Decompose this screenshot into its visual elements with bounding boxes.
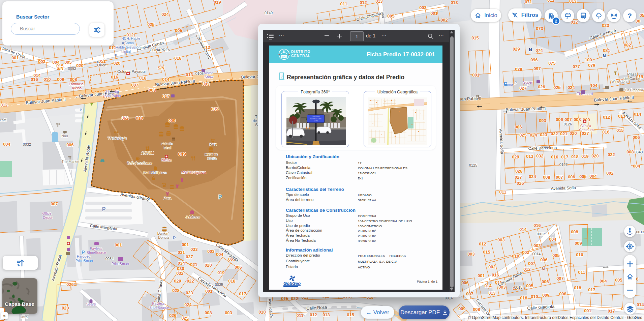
svg-text:N: N [529,47,532,52]
svg-text:Jetstereo: Jetstereo [185,215,200,219]
svg-text:Colonia Payaqui: Colonia Payaqui [117,69,146,74]
svg-text:005: 005 [615,278,622,283]
svg-text:020: 020 [570,131,577,136]
svg-text:0032: 0032 [23,142,31,146]
svg-text:014: 014 [634,112,641,117]
svg-text:032: 032 [536,153,544,158]
svg-text:033: 033 [190,247,198,252]
svg-text:004: 004 [633,164,640,169]
svg-text:17-0032-001: 17-0032-001 [311,116,320,117]
svg-text:La Creperia: La Creperia [625,88,643,92]
svg-text:002: 002 [488,264,496,269]
svg-text:010: 010 [576,252,583,257]
svg-text:026: 026 [66,282,74,287]
svg-text:uan: uan [381,12,386,18]
svg-text:Clínica: Clínica [580,124,591,128]
svg-text:P: P [80,108,82,112]
svg-text:0014: 0014 [532,252,541,256]
svg-text:093: 093 [539,118,546,123]
svg-text:007: 007 [528,261,535,266]
svg-text:PriceSmart: PriceSmart [75,259,93,263]
svg-text:030: 030 [177,266,184,271]
svg-text:Zara: Zara [164,196,171,200]
svg-text:001: 001 [584,308,591,313]
svg-text:uan Pablo II: uan Pablo II [459,96,481,101]
svg-text:0017: 0017 [636,230,644,234]
svg-text:020: 020 [113,61,121,66]
svg-text:7: 7 [527,84,529,88]
svg-text:028: 028 [515,169,523,174]
svg-text:012: 012 [0,103,8,108]
svg-text:018: 018 [520,295,527,300]
svg-text:010: 010 [136,116,143,121]
svg-text:0127: 0127 [559,163,568,167]
svg-text:013: 013 [569,0,577,4]
svg-text:031: 031 [178,250,185,255]
svg-text:014: 014 [637,302,644,307]
svg-text:016: 016 [31,77,38,82]
svg-text:019: 019 [217,270,225,275]
svg-text:007: 007 [556,175,563,180]
svg-text:001: 001 [115,242,122,247]
svg-text:Calle Barcelona: Calle Barcelona [528,145,557,151]
svg-text:024: 024 [184,302,192,307]
svg-text:00: 00 [636,19,640,24]
svg-text:008: 008 [149,88,156,93]
svg-text:Palacio: Palacio [161,142,173,146]
svg-text:002: 002 [522,250,529,255]
svg-text:074: 074 [535,48,543,53]
svg-text:015: 015 [347,312,354,317]
svg-text:016: 016 [111,75,118,80]
svg-text:Kielsa: Kielsa [72,86,82,90]
svg-text:024: 024 [568,85,575,90]
svg-text:010: 010 [531,294,538,299]
svg-text:097: 097 [533,66,541,71]
svg-text:003: 003 [497,237,505,242]
svg-text:011: 011 [340,1,347,6]
svg-text:San Pablo: San Pablo [104,94,121,98]
svg-text:Plaza: Plaza [627,72,637,76]
svg-text:022: 022 [551,131,558,136]
svg-text:005: 005 [64,60,72,65]
svg-text:008: 008 [205,310,212,315]
svg-text:001: 001 [182,242,189,247]
svg-text:S/N: S/N [158,66,164,70]
svg-text:012: 012 [603,115,610,120]
svg-text:001: 001 [430,11,438,16]
svg-text:005: 005 [211,107,218,112]
svg-text:Show: Show [205,75,214,79]
svg-text:008: 008 [543,175,550,180]
svg-text:104: 104 [590,83,597,88]
svg-text:023: 023 [186,290,193,295]
svg-text:Centauro: Centauro [579,128,593,132]
svg-text:021: 021 [190,262,197,267]
svg-text:025: 025 [147,22,155,27]
svg-text:034: 034 [178,261,185,266]
svg-text:013: 013 [375,0,383,4]
svg-text:073: 073 [536,26,543,31]
svg-text:Payless: Payless [90,246,102,251]
svg-text:013: 013 [526,154,533,159]
svg-text:ANYOLI: ANYOLI [141,151,154,155]
svg-text:008: 008 [70,77,77,82]
svg-text:Mall Multiplaza: Mall Multiplaza [143,171,167,175]
svg-text:0126: 0126 [564,122,572,126]
svg-text:Wing ctory: Wing ctory [611,80,627,83]
svg-text:020: 020 [205,263,212,268]
svg-text:003: 003 [225,310,232,315]
svg-text:025: 025 [519,133,527,138]
svg-text:Helados: Helados [205,152,218,156]
svg-text:002: 002 [606,171,614,176]
svg-text:020: 020 [62,305,69,311]
svg-text:NCH: Hable: NCH: Hable [121,36,140,40]
svg-text:006: 006 [461,280,469,285]
svg-text:The Market: The Market [61,159,79,164]
svg-text:079: 079 [588,63,595,68]
svg-text:011: 011 [297,313,304,318]
svg-text:077: 077 [573,64,580,69]
svg-text:012: 012 [360,0,367,5]
svg-text:009: 009 [458,306,466,311]
svg-text:Avenida Sofía: Avenida Sofía [551,185,576,191]
svg-text:029: 029 [174,279,181,284]
svg-text:TGI Friday's: TGI Friday's [108,136,127,140]
